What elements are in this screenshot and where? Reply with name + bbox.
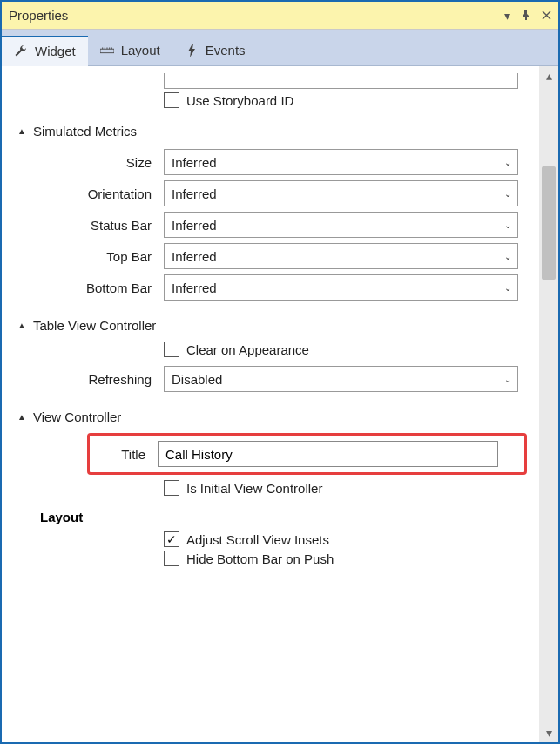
partial-field-above[interactable]	[164, 73, 518, 89]
title-label: Title	[90, 447, 158, 462]
properties-tabbar: Widget Layout Events	[2, 30, 558, 66]
titlebar-controls: ▾	[504, 9, 551, 23]
scroll-down-arrow[interactable]: ▾	[539, 723, 558, 742]
adjust-scroll-view-insets-label: Adjust Scroll View Insets	[186, 532, 329, 547]
clear-on-appearance-checkbox[interactable]	[164, 342, 179, 357]
tab-label: Widget	[35, 44, 76, 58]
close-icon[interactable]	[542, 9, 551, 23]
pin-icon[interactable]	[521, 9, 531, 23]
size-select[interactable]: ⌄	[164, 149, 518, 175]
section-title: View Controller	[33, 409, 121, 424]
bottom-bar-label: Bottom Bar	[2, 281, 164, 295]
tab-events[interactable]: Events	[172, 35, 258, 65]
tab-label: Events	[206, 43, 246, 57]
refreshing-select[interactable]: ⌄	[164, 366, 518, 392]
collapse-icon: ▲	[17, 126, 26, 136]
ruler-icon	[100, 44, 114, 57]
refreshing-label: Refreshing	[2, 372, 164, 387]
wrench-icon	[14, 44, 28, 58]
bottom-bar-select[interactable]: ⌄	[164, 274, 518, 301]
collapse-icon: ▲	[17, 412, 26, 422]
status-bar-label: Status Bar	[2, 218, 164, 233]
dropdown-icon[interactable]: ▾	[504, 9, 510, 23]
size-label: Size	[2, 155, 164, 170]
collapse-icon: ▲	[17, 321, 26, 330]
top-bar-label: Top Bar	[2, 249, 164, 264]
tab-widget[interactable]: Widget	[2, 36, 88, 66]
top-bar-select[interactable]: ⌄	[164, 243, 518, 269]
hide-bottom-bar-on-push-checkbox[interactable]	[164, 551, 179, 566]
layout-subsection-header: Layout	[2, 499, 536, 528]
title-highlight: Title	[87, 433, 527, 475]
scroll-up-arrow[interactable]: ▴	[539, 66, 558, 85]
section-title: Table View Controller	[33, 318, 156, 333]
tab-layout[interactable]: Layout	[88, 35, 172, 65]
scrollbar-thumb[interactable]	[542, 166, 556, 280]
lightning-icon	[185, 44, 199, 57]
section-simulated-metrics[interactable]: ▲ Simulated Metrics	[2, 112, 536, 144]
use-storyboard-id-label: Use Storyboard ID	[186, 93, 293, 108]
panel-titlebar: Properties ▾	[2, 2, 558, 30]
panel-title: Properties	[9, 8, 68, 23]
title-input[interactable]	[158, 441, 498, 467]
svg-rect-0	[100, 49, 114, 52]
section-view-controller[interactable]: ▲ View Controller	[2, 397, 536, 429]
properties-content: Use Storyboard ID ▲ Simulated Metrics Si…	[2, 66, 539, 742]
is-initial-view-controller-checkbox[interactable]	[164, 480, 179, 496]
adjust-scroll-view-insets-checkbox[interactable]	[164, 531, 179, 547]
section-title: Simulated Metrics	[33, 124, 137, 139]
clear-on-appearance-label: Clear on Appearance	[186, 342, 309, 357]
orientation-select[interactable]: ⌄	[164, 180, 518, 206]
hide-bottom-bar-on-push-label: Hide Bottom Bar on Push	[186, 551, 334, 566]
vertical-scrollbar[interactable]: ▴ ▾	[539, 66, 558, 742]
is-initial-view-controller-label: Is Initial View Controller	[186, 481, 322, 496]
orientation-label: Orientation	[2, 186, 164, 201]
use-storyboard-id-checkbox[interactable]	[164, 92, 179, 108]
section-table-view-controller[interactable]: ▲ Table View Controller	[2, 306, 536, 338]
status-bar-select[interactable]: ⌄	[164, 212, 518, 238]
tab-label: Layout	[121, 43, 160, 57]
